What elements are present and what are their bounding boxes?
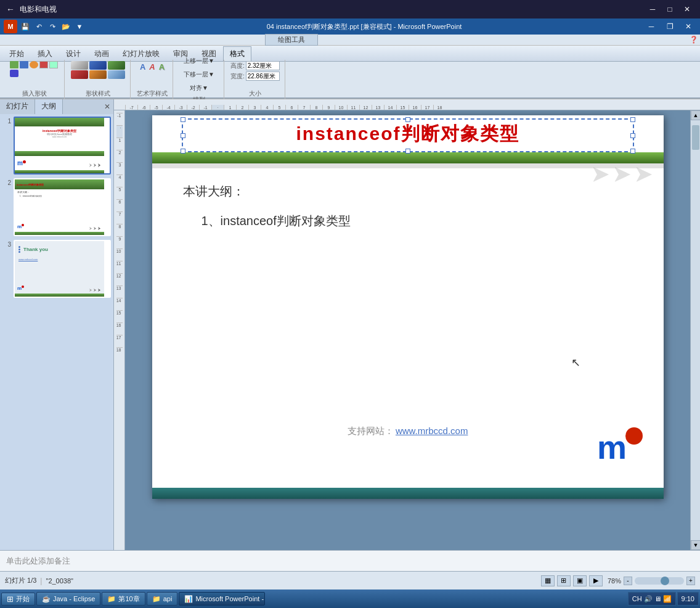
thumb2-footer	[15, 232, 104, 235]
tab-slides[interactable]: 幻灯片	[0, 99, 35, 114]
editor-area: -7 -6 -5 -4 -3 -2 -1 · 1 2 3 4 5 6 7 8 9…	[114, 99, 700, 550]
view-normal-btn[interactable]: ▦	[541, 575, 555, 586]
handle-tr[interactable]	[630, 117, 635, 122]
outline-item-container[interactable]: 1、instanceof判断对象类型	[201, 213, 351, 229]
thumb3-arrows	[89, 289, 102, 292]
scroll-thumb[interactable]	[692, 125, 699, 150]
minimize-button[interactable]: ─	[645, 3, 661, 15]
view-reading-btn[interactable]: ▣	[573, 575, 587, 586]
shape-style-6[interactable]	[108, 70, 125, 79]
notes-area[interactable]: 单击此处添加备注	[0, 550, 700, 571]
width-label: 宽度:	[230, 72, 245, 81]
slide-thumb-1[interactable]: instanceof判断对象类型 明日科技Java视频教程 www.mrbccd…	[14, 117, 111, 175]
start-button[interactable]: ⊞ 开始	[1, 593, 35, 606]
support-url[interactable]: www.mrbccd.com	[396, 425, 468, 436]
shape-rect[interactable]	[10, 61, 18, 68]
office-icon[interactable]: M	[4, 20, 17, 33]
slide-panel: 幻灯片 大纲 ✕ 1 instanceof判断对象类型 明日科技Java视频教程…	[0, 99, 114, 550]
shape-oval[interactable]	[30, 61, 38, 68]
height-input[interactable]	[246, 61, 280, 70]
group-shape-styles-label: 形状样式	[86, 89, 110, 98]
close-button[interactable]: ✕	[679, 3, 695, 15]
qa-open[interactable]: 📂	[60, 21, 71, 32]
shape-style-5[interactable]	[89, 70, 107, 79]
shape-rect2[interactable]	[20, 61, 28, 68]
handle-tl[interactable]	[181, 117, 185, 122]
zoom-in-btn[interactable]: +	[686, 577, 695, 585]
zoom-out-btn[interactable]: -	[624, 577, 632, 585]
drawing-tools-label: 绘图工具	[265, 34, 318, 46]
thumb2-arrows	[89, 227, 102, 230]
width-input[interactable]	[246, 72, 280, 81]
outline-title-container[interactable]: 本讲大纲：	[183, 183, 245, 200]
wordart-a2[interactable]: A	[148, 61, 156, 73]
slide-thumb-3[interactable]: Thank you www.mrbccd.com m	[14, 240, 111, 298]
height-label: 高度:	[230, 62, 245, 70]
slide-thumb-2[interactable]: instanceof判断对象类型 本讲大纲： 1、instanceof判断对象类…	[14, 178, 111, 236]
slide-item-2[interactable]: 2 instanceof判断对象类型 本讲大纲： 1、instanceof判断对…	[2, 178, 111, 236]
shape-arrow[interactable]	[10, 70, 18, 77]
wordart-a1[interactable]: A	[139, 61, 147, 73]
tab-slideshow[interactable]: 幻灯片放映	[116, 46, 166, 61]
taskbar-powerpoint[interactable]: 📊 Microsoft PowerPoint - [...]	[179, 592, 265, 606]
zoom-thumb[interactable]	[661, 577, 669, 585]
handle-mr[interactable]	[630, 133, 635, 138]
back-button[interactable]: ←	[5, 4, 16, 15]
title-bar-title: 电影和电视	[20, 4, 57, 15]
view-sorter-btn[interactable]: ⊞	[557, 575, 571, 586]
shape-style-3[interactable]	[108, 61, 125, 70]
wordart-a3[interactable]: A	[158, 61, 166, 73]
slide-info: 幻灯片 1/3	[5, 576, 36, 585]
shape-tri[interactable]	[49, 61, 58, 68]
tab-outline[interactable]: 大纲	[35, 99, 63, 114]
shape-style-4[interactable]	[71, 70, 88, 79]
outline-title: 本讲大纲：	[183, 184, 245, 198]
ch-icon: CH	[632, 595, 642, 602]
view-slideshow-btn[interactable]: ▶	[589, 575, 603, 586]
thumb1-footer	[15, 170, 104, 173]
shape-other[interactable]	[39, 61, 48, 68]
slide-title-container[interactable]: instanceof判断对象类型	[187, 121, 629, 147]
slide-item-1[interactable]: 1 instanceof判断对象类型 明日科技Java视频教程 www.mrbc…	[2, 117, 111, 175]
btn-align[interactable]: 对齐▼	[185, 82, 213, 94]
theme-name: "2_0038"	[46, 577, 73, 585]
status-bar: 幻灯片 1/3 | "2_0038" ▦ ⊞ ▣ ▶ 78% - +	[0, 571, 700, 590]
qa-dropdown[interactable]: ▼	[74, 21, 85, 32]
app-restore[interactable]: ❐	[662, 20, 678, 33]
clock: 9:10	[677, 592, 699, 606]
taskbar-chapter10[interactable]: 📁 第10章	[102, 592, 145, 606]
ribbon-help-button[interactable]: ❓	[688, 35, 700, 45]
maximize-button[interactable]: □	[662, 3, 678, 15]
zoom-slider[interactable]	[635, 577, 684, 585]
qa-redo[interactable]: ↷	[47, 21, 58, 32]
btn-send-back[interactable]: 下移一层▼	[179, 68, 219, 81]
scroll-up-button[interactable]: ▲	[691, 110, 700, 120]
title-bar: ← 电影和电视 ─ □ ✕	[0, 0, 700, 18]
tab-design[interactable]: 设计	[59, 46, 88, 61]
api-label: api	[163, 595, 173, 602]
slide-num-1: 1	[2, 117, 11, 125]
tab-animation[interactable]: 动画	[88, 46, 116, 61]
handle-ml[interactable]	[181, 133, 185, 138]
shape-style-1[interactable]	[71, 61, 88, 70]
qa-save[interactable]: 💾	[20, 21, 31, 32]
slide-list: 1 instanceof判断对象类型 明日科技Java视频教程 www.mrbc…	[0, 114, 113, 550]
taskbar-api[interactable]: 📁 api	[147, 592, 178, 606]
vertical-scrollbar[interactable]: ▲ ▼	[690, 110, 700, 550]
shape-style-2[interactable]	[89, 61, 107, 70]
tab-home[interactable]: 开始	[2, 46, 31, 61]
scroll-down-button[interactable]: ▼	[691, 540, 700, 550]
app-close[interactable]: ✕	[680, 20, 696, 33]
tab-format[interactable]: 格式	[223, 46, 251, 61]
panel-close-button[interactable]: ✕	[101, 99, 113, 114]
tab-insert[interactable]: 插入	[31, 46, 59, 61]
status-right: ▦ ⊞ ▣ ▶ 78% - +	[541, 575, 695, 586]
taskbar-java-eclipse[interactable]: ☕ Java - Eclipse	[36, 592, 100, 606]
slide-canvas[interactable]: instanceof判断对象类型 本讲大纲：	[152, 115, 664, 499]
app-minimize[interactable]: ─	[643, 20, 659, 33]
btn-bring-forward[interactable]: 上移一层▼	[179, 55, 219, 67]
thumb2-body: 本讲大纲： 1、instanceof判断对象类型	[15, 189, 104, 200]
slide-item-3[interactable]: 3 Thank you www.mrbccd.com	[2, 240, 111, 298]
qa-undo[interactable]: ↶	[33, 21, 44, 32]
ribbon-group-size: 高度: 宽度: 大小	[226, 60, 285, 99]
